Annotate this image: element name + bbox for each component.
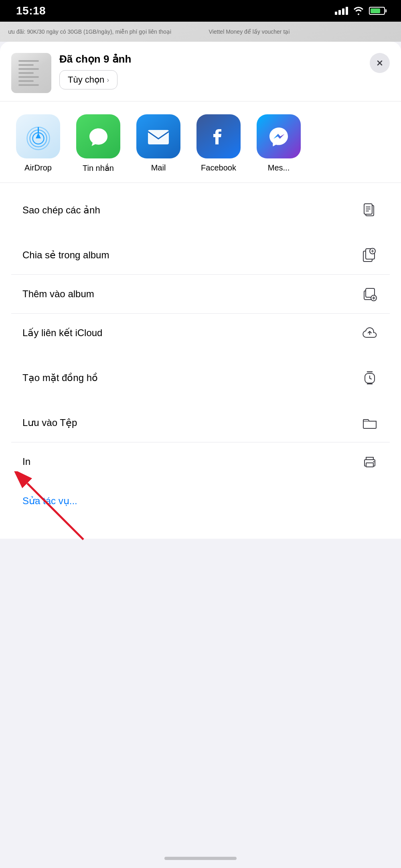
messages-app-icon xyxy=(76,114,120,158)
share-sheet: Đã chọn 9 ảnh Tùy chọn › xyxy=(0,42,401,539)
app-item-messenger[interactable]: Mes... xyxy=(249,114,309,173)
action-group-1: Sao chép các ảnh xyxy=(11,191,390,229)
svg-rect-26 xyxy=(366,463,373,467)
close-button[interactable] xyxy=(370,53,390,73)
svg-rect-4 xyxy=(148,130,169,144)
action-group-4: Lưu vào Tệp In xyxy=(11,404,390,481)
icloud-link-label: Lấy liên kết iCloud xyxy=(22,327,102,339)
print-label: In xyxy=(22,456,30,467)
share-header: Đã chọn 9 ảnh Tùy chọn › xyxy=(0,42,401,101)
edit-actions-container: Sửa tác vụ... xyxy=(11,487,390,515)
save-files-label: Lưu vào Tệp xyxy=(22,417,77,428)
action-item-icloud-link[interactable]: Lấy liên kết iCloud xyxy=(11,314,390,352)
messages-label: Tin nhắn xyxy=(83,163,114,173)
status-icons xyxy=(335,6,385,15)
messenger-app-icon xyxy=(257,114,301,158)
messenger-label: Mes... xyxy=(268,163,290,172)
watch-icon xyxy=(361,369,379,387)
action-item-save-files[interactable]: Lưu vào Tệp xyxy=(11,404,390,442)
options-button[interactable]: Tùy chọn › xyxy=(59,70,117,89)
print-icon xyxy=(361,453,379,471)
airdrop-app-icon xyxy=(16,114,60,158)
add-album-icon xyxy=(361,285,379,303)
action-item-copy-photos[interactable]: Sao chép các ảnh xyxy=(11,191,390,229)
add-album-label: Thêm vào album xyxy=(22,288,94,300)
mail-label: Mail xyxy=(151,163,166,172)
action-item-add-album[interactable]: Thêm vào album xyxy=(11,275,390,314)
folder-icon xyxy=(361,414,379,432)
chevron-right-icon: › xyxy=(107,76,109,84)
selected-count: Đã chọn 9 ảnh xyxy=(59,53,362,65)
copy-icon xyxy=(361,201,379,219)
app-item-messages[interactable]: Tin nhắn xyxy=(68,114,128,173)
action-item-watch-face[interactable]: Tạo mặt đồng hồ xyxy=(11,359,390,397)
cloud-icon xyxy=(361,324,379,342)
action-item-share-album[interactable]: Chia sẻ trong album xyxy=(11,236,390,275)
status-time: 15:18 xyxy=(16,4,46,17)
copy-photos-label: Sao chép các ảnh xyxy=(22,205,100,216)
watch-face-label: Tạo mặt đồng hồ xyxy=(22,372,98,383)
browser-tab-text: ưu đãi: 90K/30 ngày có 30GB (1GB/ngày), … xyxy=(8,28,290,35)
app-item-facebook[interactable]: Facebook xyxy=(188,114,249,173)
header-info: Đã chọn 9 ảnh Tùy chọn › xyxy=(59,53,362,89)
mail-app-icon xyxy=(136,114,180,158)
share-album-label: Chia sẻ trong album xyxy=(22,249,109,261)
signal-icon xyxy=(335,7,348,15)
svg-point-27 xyxy=(373,461,375,462)
facebook-label: Facebook xyxy=(201,163,236,172)
share-album-icon xyxy=(361,246,379,264)
edit-actions-button[interactable]: Sửa tác vụ... xyxy=(11,487,89,515)
status-bar: 15:18 xyxy=(0,0,401,22)
svg-line-24 xyxy=(370,378,371,379)
preview-thumbnail xyxy=(11,53,51,93)
battery-icon xyxy=(369,7,385,15)
app-item-airdrop[interactable]: AirDrop xyxy=(8,114,68,173)
browser-background: ưu đãi: 90K/30 ngày có 30GB (1GB/ngày), … xyxy=(0,22,401,42)
app-item-mail[interactable]: Mail xyxy=(128,114,188,173)
action-item-print[interactable]: In xyxy=(11,442,390,481)
action-group-2: Chia sẻ trong album Thêm vào album xyxy=(11,236,390,352)
facebook-app-icon xyxy=(196,114,241,158)
actions-section: Sao chép các ảnh Chia sẻ trong album xyxy=(0,183,401,523)
airdrop-label: AirDrop xyxy=(24,163,52,172)
wifi-icon xyxy=(353,6,364,15)
action-group-3: Tạo mặt đồng hồ xyxy=(11,359,390,397)
apps-section: AirDrop Tin nhắn Mail xyxy=(0,101,401,183)
apps-scroll: AirDrop Tin nhắn Mail xyxy=(0,114,401,173)
home-indicator xyxy=(164,857,237,860)
